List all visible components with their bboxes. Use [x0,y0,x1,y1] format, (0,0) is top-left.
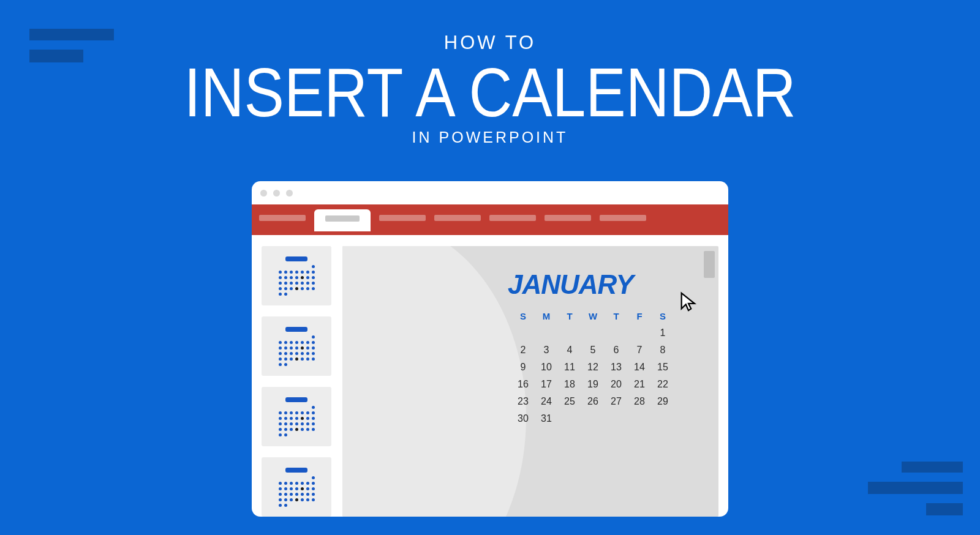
calendar-weekday: S [515,311,531,321]
calendar-day: 23 [515,396,531,407]
window-titlebar [252,181,728,204]
calendar-day: 14 [631,362,647,373]
canvas-sheen [342,246,526,517]
slide-thumbnail[interactable] [262,316,331,376]
calendar-day [631,327,647,339]
headline: HOW TO INSERT A CALENDAR IN POWERPOINT [0,32,980,146]
calendar-day: 6 [608,345,624,356]
calendar-day: 8 [655,345,671,356]
calendar-weekday: T [608,311,624,321]
calendar-day [608,327,624,339]
calendar-day: 17 [538,379,554,390]
calendar-day: 12 [585,362,601,373]
calendar-grid: SMTWTFS 12345678910111213141516171819202… [508,305,678,430]
calendar-weekday: S [655,311,671,321]
calendar-day: 1 [655,327,671,339]
calendar-day: 31 [538,413,554,424]
window-dot-icon [273,190,280,196]
calendar-day: 15 [655,362,671,373]
calendar-day: 27 [608,396,624,407]
calendar: JANUARY SMTWTFS 123456789101112131415161… [508,269,698,430]
calendar-day: 13 [608,362,624,373]
calendar-day: 10 [538,362,554,373]
calendar-day: 24 [538,396,554,407]
mini-cal-title [285,327,307,332]
calendar-day: 18 [562,379,578,390]
calendar-day: 16 [515,379,531,390]
mini-cal-title [285,468,307,473]
calendar-weekday: F [631,311,647,321]
scrollbar-thumb[interactable] [704,251,715,278]
calendar-weekday: W [585,311,601,321]
headline-suffix: IN POWERPOINT [0,129,980,146]
slide-thumbnail[interactable] [262,246,331,305]
mini-cal-grid [279,476,315,507]
calendar-day [585,327,601,339]
calendar-day: 11 [562,362,578,373]
calendar-day: 2 [515,345,531,356]
calendar-day: 19 [585,379,601,390]
calendar-day: 20 [608,379,624,390]
ribbon-tab-active[interactable] [314,209,371,231]
deco-bar [902,462,963,473]
calendar-day: 3 [538,345,554,356]
calendar-day: 22 [655,379,671,390]
calendar-day [562,327,578,339]
ribbon-tab-label-placeholder [325,215,360,222]
calendar-day: 4 [562,345,578,356]
ribbon-tab[interactable] [259,215,306,221]
app-window: JANUARY SMTWTFS 123456789101112131415161… [252,181,728,517]
slide-thumbnail[interactable] [262,457,331,517]
ribbon-tab[interactable] [600,215,646,221]
window-dot-icon [286,190,293,196]
calendar-day [631,413,647,424]
headline-main: INSERT A CALENDAR [69,58,911,127]
calendar-day: 7 [631,345,647,356]
deco-bar [926,503,963,515]
mini-cal-grid [279,335,315,366]
window-dot-icon [260,190,267,196]
calendar-day: 26 [585,396,601,407]
calendar-day: 5 [585,345,601,356]
deco-bar [868,482,963,494]
calendar-day: 29 [655,396,671,407]
slide-thumbnail[interactable] [262,387,331,446]
cursor-icon [678,291,699,312]
calendar-day [655,413,671,424]
ribbon [252,204,728,235]
mini-cal-title [285,397,307,402]
calendar-weekday: M [538,311,554,321]
decoration-bottom-right [868,462,963,515]
headline-prefix: HOW TO [0,32,980,54]
calendar-day: 28 [631,396,647,407]
calendar-month: JANUARY [508,269,698,300]
calendar-day [538,327,554,339]
calendar-day [585,413,601,424]
calendar-day: 21 [631,379,647,390]
ribbon-tab[interactable] [434,215,481,221]
calendar-day: 9 [515,362,531,373]
ribbon-tab[interactable] [379,215,426,221]
mini-cal-grid [279,265,315,296]
mini-cal-grid [279,406,315,436]
calendar-weekday: T [562,311,578,321]
ribbon-tab[interactable] [545,215,591,221]
calendar-day: 30 [515,413,531,424]
mini-cal-title [285,256,307,261]
calendar-day [562,413,578,424]
slide-canvas: JANUARY SMTWTFS 123456789101112131415161… [342,246,718,517]
slide-thumbnails [262,246,331,517]
work-area: JANUARY SMTWTFS 123456789101112131415161… [252,235,728,517]
calendar-day: 25 [562,396,578,407]
ribbon-tab[interactable] [489,215,536,221]
calendar-day [515,327,531,339]
calendar-day [608,413,624,424]
